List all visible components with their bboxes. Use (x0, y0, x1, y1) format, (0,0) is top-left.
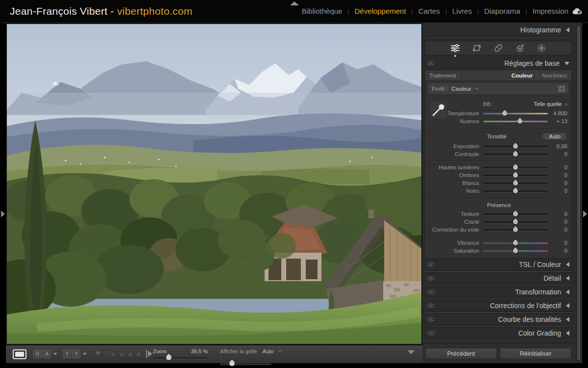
whites-slider[interactable] (483, 181, 548, 185)
reset-button[interactable]: Réinitialiser (500, 348, 571, 359)
module-livres[interactable]: Livres (452, 7, 472, 15)
zoom-label: Zoom (153, 348, 167, 354)
temperature-slider[interactable] (483, 111, 548, 116)
module-bibliotheque[interactable]: Bibliothèque (302, 7, 343, 15)
panel-detail[interactable]: Détail (422, 272, 574, 284)
right-panel-strip (582, 23, 588, 363)
panel-tsl-couleur[interactable]: TSL / Couleur (422, 259, 574, 270)
panel-switch-eye-icon[interactable] (427, 276, 435, 281)
grid-value[interactable]: Auto (263, 348, 274, 360)
profile-row: Profil : Couleur ÷ (427, 82, 569, 95)
crop-overlay-icon[interactable] (471, 43, 482, 53)
module-developpement[interactable]: Développement (354, 7, 406, 15)
identity-name: Jean-François Vibert - (10, 5, 117, 17)
module-impression[interactable]: Impression (533, 7, 568, 15)
panel-switch-eye-icon[interactable] (427, 61, 435, 66)
contrast-slider[interactable] (483, 152, 548, 157)
slider-exposure: Exposition 0,00 (429, 142, 567, 150)
photo-work-area (6, 23, 422, 345)
panel-tone-curve[interactable]: Courbe des tonalités (422, 314, 574, 325)
wb-label: BB : (483, 101, 494, 107)
identity-site: vibertphoto.com (117, 5, 193, 17)
previous-button[interactable]: Précédent (425, 348, 497, 359)
panel-switch-eye-icon[interactable] (427, 289, 435, 294)
vibrance-slider[interactable] (483, 240, 548, 245)
top-bar: Jean-François Vibert - vibertphoto.com B… (0, 0, 588, 23)
left-panel-strip (0, 23, 6, 363)
slider-saturation: Saturation 0 (429, 247, 567, 255)
zoom-slider[interactable] (153, 355, 208, 360)
identity-plate: Jean-François Vibert - vibertphoto.com (10, 5, 193, 17)
before-after-view-group: R A (33, 350, 57, 358)
loupe-view-button[interactable] (13, 349, 26, 359)
healing-brush-icon[interactable] (493, 43, 504, 53)
white-balance-section: BB : Telle quelle ÷ Température 4 800 Nu… (425, 96, 571, 129)
masking-icon[interactable] (536, 43, 547, 53)
slider-tint: Nuance + 13 (429, 117, 567, 125)
slider-texture: Texture 0 (429, 210, 567, 218)
split-view-dropdown-arrow[interactable] (83, 353, 87, 355)
dehaze-slider[interactable] (483, 227, 548, 232)
exposure-slider[interactable] (483, 144, 548, 149)
wb-preset-value[interactable]: Telle quelle (534, 101, 562, 107)
treatment-row: Traitement : Couleur Noir/blanc (425, 70, 571, 81)
treatment-couleur-option[interactable]: Couleur (512, 73, 533, 79)
blacks-slider[interactable] (483, 188, 548, 193)
white-balance-dropper-icon[interactable] (430, 102, 447, 118)
clarity-slider[interactable] (483, 219, 548, 224)
left-panel-expand-arrow[interactable] (1, 210, 5, 217)
treatment-noirblanc-option[interactable]: Noir/blanc (542, 73, 567, 79)
slider-highlights: Hautes lumières 0 (429, 163, 567, 171)
right-panel-collapse-arrow[interactable] (583, 210, 587, 217)
cloud-sync-icon[interactable] (572, 8, 582, 17)
split-view-button[interactable]: Y (63, 350, 71, 358)
panel-lens-corrections[interactable]: Corrections de l'objectif (422, 300, 574, 312)
tool-strip (425, 41, 572, 55)
module-diaporama[interactable]: Diaporama (484, 7, 520, 15)
tone-section: Tonalité Auto Exposition 0,00 Contraste … (425, 129, 571, 198)
panel-transformation[interactable]: Transformation (422, 286, 574, 298)
profile-value[interactable]: Couleur (452, 86, 471, 92)
panel-separator (425, 37, 572, 39)
presence-title: Présence (487, 202, 511, 208)
panel-switch-eye-icon[interactable] (427, 262, 435, 267)
slider-dehaze: Correction du voile 0 (429, 226, 567, 234)
photo-canvas[interactable] (7, 24, 421, 344)
panel-color-grading[interactable]: Color Grading (422, 327, 574, 339)
flag-pick-icon[interactable]: ⚑ (95, 350, 101, 357)
zoom-control: Zoom39,5 % (153, 348, 208, 360)
before-after-dropdown-arrow[interactable] (53, 353, 57, 355)
highlights-slider[interactable] (483, 165, 548, 170)
histogram-panel-header[interactable]: Histogramme (422, 23, 574, 37)
expand-down-icon (564, 62, 569, 65)
develop-footer-buttons: Précédent Réinitialiser (422, 343, 574, 363)
panel-switch-eye-icon[interactable] (427, 303, 435, 308)
top-panel-collapse-arrow[interactable] (290, 1, 299, 5)
right-panel-scrollbar[interactable] (577, 25, 581, 361)
histogram-title: Histogramme (520, 26, 561, 34)
module-cartes[interactable]: Cartes (418, 7, 440, 15)
tint-slider[interactable] (483, 119, 548, 124)
profile-browser-icon[interactable] (558, 86, 565, 92)
toolbar-options-dropdown[interactable] (408, 350, 415, 354)
panel-switch-eye-icon[interactable] (427, 331, 435, 336)
texture-slider[interactable] (483, 211, 548, 216)
basic-panel-header[interactable]: Réglages de base (422, 57, 574, 70)
panel-switch-eye-icon[interactable] (427, 317, 435, 322)
basic-adjustments-panel: Traitement : Couleur Noir/blanc Profil :… (425, 70, 572, 259)
slider-vibrance: Vibrance 0 (429, 239, 567, 247)
saturation-slider[interactable] (483, 248, 548, 253)
presence-section: Présence Texture 0 Clarté 0 Correction d… (425, 198, 571, 258)
auto-tone-button[interactable]: Auto (542, 132, 567, 140)
grid-size-slider[interactable] (220, 361, 271, 366)
red-eye-icon[interactable] (514, 43, 525, 53)
zoom-value[interactable]: 39,5 % (191, 348, 208, 354)
shadows-slider[interactable] (483, 173, 548, 178)
before-after-left-right-button[interactable]: R (33, 350, 42, 358)
grid-label: Afficher la grille : (220, 348, 258, 360)
develop-right-panel: Histogramme (422, 23, 582, 363)
treatment-label: Traitement : (429, 73, 459, 79)
flag-reject-icon[interactable]: ⚐ (104, 350, 110, 357)
basic-panel-title: Réglages de base (504, 59, 560, 67)
edit-sliders-icon[interactable] (450, 43, 461, 53)
